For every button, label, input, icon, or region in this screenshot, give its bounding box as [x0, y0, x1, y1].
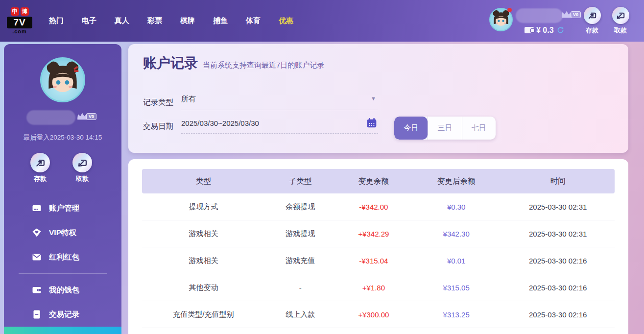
sidebar-quick-actions: 存款 取款: [4, 153, 121, 183]
date-range-quick-buttons: 今日 三日 七日: [394, 117, 496, 140]
record-type-value: 所有: [181, 95, 196, 103]
cell-subtype: 游戏提现: [265, 229, 336, 239]
table-row: 游戏相关 游戏提现 +¥342.29 ¥342.30 2025-03-30 02…: [142, 220, 615, 247]
withdraw-button[interactable]: 取款: [608, 7, 633, 35]
sidebar-item-bonus[interactable]: 红利红包: [4, 245, 121, 269]
calendar-icon[interactable]: [366, 118, 377, 128]
sidebar-item-transaction-records[interactable]: 交易记录: [4, 302, 121, 327]
cell-change-amount: +¥342.29: [336, 230, 411, 238]
username-blurred: [26, 110, 75, 125]
sidebar-item-label: 我的钱包: [49, 285, 79, 295]
table-row: 游戏相关 游戏充值 -¥315.04 ¥0.01 2025-03-30 02:1…: [142, 247, 615, 274]
cell-time: 2025-03-30 02:31: [501, 230, 615, 238]
nav-item-live[interactable]: 真人: [115, 16, 129, 25]
deposit-icon: [584, 7, 601, 24]
top-navigation: 热门 电子 真人 彩票 棋牌 捕鱼 体育 优惠: [49, 16, 293, 25]
user-area: V0 ¥ 0.3 存款: [489, 0, 644, 42]
filter-panel: 账户记录 当前系统支持查询最近7日的账户记录 记录类型 所有 ▼ 交易日期 20…: [128, 44, 628, 153]
cell-change-amount: +¥1.80: [336, 284, 411, 292]
balance-row: ¥ 0.3: [525, 26, 565, 35]
range-button-7days[interactable]: 七日: [462, 117, 496, 140]
sidebar-item-account-management[interactable]: 账户管理: [4, 196, 121, 220]
topbar: 申 博 7V .com 热门 电子 真人 彩票 棋牌 捕鱼 体育 优惠: [0, 0, 644, 42]
sidebar-item-wallet[interactable]: 我的钱包: [4, 278, 121, 302]
deposit-button[interactable]: 存款: [579, 7, 605, 35]
date-range-input[interactable]: 2025/03/30~2025/03/30: [181, 119, 378, 134]
table-row: 提现方式 余额提现 -¥342.00 ¥0.30 2025-03-30 02:3…: [142, 193, 615, 220]
cell-time: 2025-03-30 02:16: [501, 257, 615, 265]
table-row: 其他变动 - +¥1.80 ¥315.05 2025-03-30 02:16: [142, 274, 615, 301]
nav-item-lottery[interactable]: 彩票: [147, 16, 162, 25]
user-avatar[interactable]: [489, 8, 513, 31]
brand-badge-2: 博: [21, 7, 29, 16]
vip-gem-icon: [32, 228, 42, 238]
sidebar-avatar[interactable]: [40, 57, 85, 102]
cell-type: 其他变动: [142, 283, 265, 292]
page-subtitle: 当前系统支持查询最近7日的账户记录: [203, 61, 324, 70]
nav-item-promo[interactable]: 优惠: [279, 16, 293, 25]
deposit-button[interactable]: 存款: [27, 153, 53, 183]
cell-type: 游戏相关: [142, 256, 265, 265]
cell-after-amount: ¥313.25: [411, 310, 501, 319]
wallet-icon: [525, 27, 534, 33]
cell-change-amount: -¥342.00: [336, 203, 411, 211]
cell-change-amount: -¥315.04: [336, 257, 411, 265]
brand-suffix: .com: [7, 28, 32, 34]
brand-name: 7V: [7, 17, 32, 28]
user-info: V0 ¥ 0.3: [516, 7, 579, 37]
notification-dot: [507, 8, 512, 12]
cell-subtype: -: [265, 284, 336, 292]
records-table-panel: 类型 子类型 变更余额 变更后余额 时间 提现方式 余额提现 -¥342.00 …: [128, 159, 628, 334]
cell-time: 2025-03-30 02:16: [501, 310, 615, 319]
nav-item-hot[interactable]: 热门: [49, 16, 64, 25]
page-title: 账户记录: [143, 54, 198, 72]
vip-badge: V0: [86, 113, 96, 120]
withdraw-button[interactable]: 取款: [70, 153, 95, 183]
nav-item-sports[interactable]: 体育: [246, 16, 261, 25]
last-login-text: 最后登入2025-03-30 14:15: [4, 133, 121, 142]
cell-after-amount: ¥0.30: [411, 203, 501, 211]
cell-after-amount: ¥342.30: [411, 230, 501, 238]
sidebar-item-account-records[interactable]: 账户记录: [4, 327, 121, 334]
column-header-time: 时间: [501, 176, 615, 187]
range-button-today[interactable]: 今日: [394, 117, 428, 140]
chevron-down-icon: ▼: [371, 95, 376, 101]
range-button-3days[interactable]: 三日: [428, 117, 461, 140]
wallet-icon: [32, 285, 42, 295]
sidebar-item-label: 交易记录: [49, 310, 79, 320]
refresh-icon[interactable]: [556, 26, 565, 34]
nav-item-fishing[interactable]: 捕鱼: [213, 16, 228, 25]
balance-amount: ¥ 0.3: [536, 26, 554, 35]
document-icon: [32, 310, 42, 319]
deposit-label: 存款: [27, 174, 53, 183]
deposit-icon: [30, 153, 50, 172]
date-range-label: 交易日期: [143, 121, 181, 132]
column-header-after: 变更后余额: [411, 176, 501, 187]
vip-level: V0: [561, 10, 581, 18]
brand-logo[interactable]: 申 博 7V .com: [7, 7, 32, 34]
withdraw-label: 取款: [70, 174, 95, 183]
column-header-change: 变更余额: [336, 176, 411, 187]
withdraw-icon: [612, 7, 629, 24]
deposit-label: 存款: [579, 26, 605, 35]
sidebar-item-vip[interactable]: VIP特权: [4, 220, 121, 245]
cell-subtype: 游戏充值: [265, 256, 336, 265]
column-header-subtype: 子类型: [265, 176, 336, 187]
withdraw-icon: [72, 153, 92, 172]
cell-after-amount: ¥0.01: [411, 257, 501, 265]
nav-item-poker[interactable]: 棋牌: [180, 16, 195, 25]
brand-badges: 申 博: [7, 7, 32, 16]
sidebar-menu: 账户管理 VIP特权 红利红包 我的钱包 交易记录: [4, 196, 121, 334]
sidebar-item-label: 红利红包: [49, 252, 79, 262]
table-header-row: 类型 子类型 变更余额 变更后余额 时间: [142, 169, 615, 193]
nav-item-slots[interactable]: 电子: [82, 16, 96, 25]
sidebar-divider: [19, 273, 107, 274]
sidebar-user-info: V0: [4, 109, 121, 129]
record-type-select[interactable]: 所有 ▼: [181, 95, 378, 110]
cell-after-amount: ¥315.05: [411, 284, 501, 292]
cell-time: 2025-03-30 02:16: [501, 284, 615, 292]
page-header: 账户记录 当前系统支持查询最近7日的账户记录: [128, 44, 628, 72]
vip-level: V0: [76, 112, 96, 120]
withdraw-label: 取款: [608, 26, 633, 35]
date-range-row: 交易日期 2025/03/30~2025/03/30: [143, 119, 378, 134]
